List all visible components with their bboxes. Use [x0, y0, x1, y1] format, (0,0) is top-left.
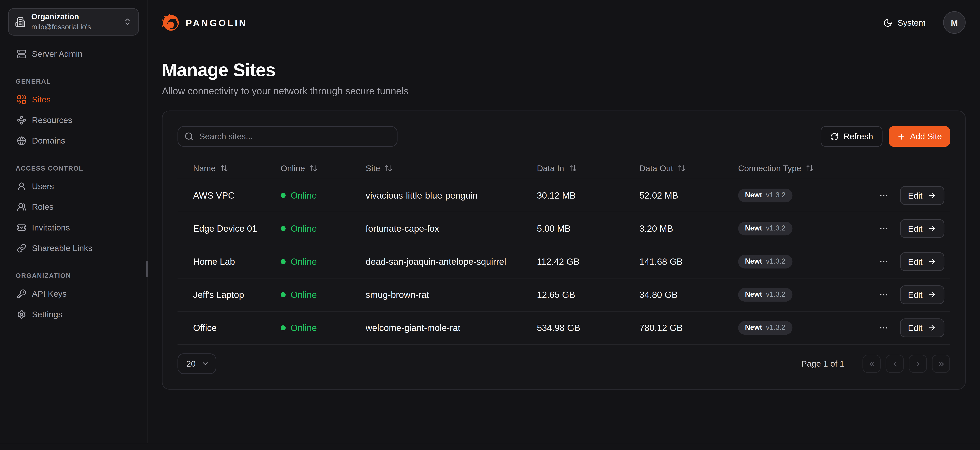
edit-button[interactable]: Edit: [900, 219, 944, 238]
arrow-right-icon: [928, 323, 936, 332]
page-indicator: Page 1 of 1: [801, 359, 844, 369]
theme-toggle-button[interactable]: System: [880, 17, 929, 28]
sidebar-item-users[interactable]: Users: [8, 176, 138, 196]
edit-button[interactable]: Edit: [900, 252, 944, 271]
first-page-button[interactable]: [862, 355, 881, 372]
table-row: Home Lab Online dead-san-joaquin-antelop…: [178, 245, 950, 278]
previous-page-button[interactable]: [886, 355, 904, 372]
sidebar-item-label: Invitations: [32, 223, 70, 232]
site-name-cell: Jeff's Laptop: [193, 290, 280, 300]
sort-arrows-icon: [385, 164, 393, 172]
sidebar-item-sites[interactable]: Sites: [8, 89, 138, 110]
row-menu-button[interactable]: [877, 288, 890, 301]
online-label: Online: [291, 290, 317, 300]
connection-type-cell: Newt v1.3.2: [738, 222, 866, 235]
site-tunnel-cell: fortunate-cape-fox: [366, 223, 537, 234]
last-page-button[interactable]: [932, 355, 950, 372]
chevron-down-icon: [201, 360, 209, 368]
sidebar-item-invitations[interactable]: Invitations: [8, 217, 138, 238]
sidebar-section-general: GENERAL: [8, 78, 138, 85]
sidebar-item-resources[interactable]: Resources: [8, 110, 138, 130]
row-menu-button[interactable]: [877, 322, 890, 334]
sidebar-item-label: Users: [32, 182, 54, 191]
online-label: Online: [291, 223, 317, 234]
column-label: Data Out: [640, 163, 673, 173]
edit-button[interactable]: Edit: [900, 285, 944, 304]
online-label: Online: [291, 190, 317, 201]
table-toolbar: Refresh Add Site: [178, 126, 950, 147]
row-menu-button[interactable]: [877, 222, 890, 235]
connection-type-badge: Newt v1.3.2: [738, 255, 792, 268]
column-header-data-in[interactable]: Data In: [537, 163, 640, 173]
sidebar-item-label: API Keys: [32, 289, 67, 298]
connection-type-badge: Newt v1.3.2: [738, 321, 792, 335]
sort-arrows-icon: [310, 164, 318, 172]
site-tunnel-cell: dead-san-joaquin-antelope-squirrel: [366, 257, 537, 267]
connection-type-name: Newt: [745, 192, 762, 199]
sidebar-item-shareable-links[interactable]: Shareable Links: [8, 238, 138, 258]
add-site-button[interactable]: Add Site: [889, 126, 950, 147]
plus-icon: [897, 132, 906, 141]
site-tunnel-cell: welcome-giant-mole-rat: [366, 323, 537, 333]
next-page-button[interactable]: [908, 355, 927, 372]
ellipsis-icon: [879, 290, 889, 300]
brand-name: PANGOLIN: [186, 17, 247, 28]
column-header-connection-type[interactable]: Connection Type: [738, 163, 866, 173]
site-name-cell: Home Lab: [193, 257, 280, 267]
organization-selector[interactable]: Organization milo@fossorial.io's ...: [8, 8, 138, 35]
connection-type-cell: Newt v1.3.2: [738, 321, 866, 335]
data-in-cell: 534.98 GB: [537, 323, 640, 333]
topbar: PANGOLIN System M: [148, 0, 980, 45]
server-icon: [17, 49, 26, 59]
edit-label: Edit: [908, 257, 923, 266]
user-avatar[interactable]: M: [943, 11, 966, 34]
data-out-cell: 141.68 GB: [640, 257, 738, 267]
row-menu-button[interactable]: [877, 255, 890, 268]
sidebar-item-label: Settings: [32, 310, 62, 319]
edit-button[interactable]: Edit: [900, 318, 944, 337]
page-subtitle: Allow connectivity to your network throu…: [162, 86, 980, 97]
sidebar-item-server-admin[interactable]: Server Admin: [8, 44, 138, 64]
ellipsis-icon: [879, 223, 889, 234]
key-icon: [17, 289, 26, 298]
column-label: Data In: [537, 163, 564, 173]
chevrons-right-icon: [937, 359, 945, 368]
row-actions-cell: Edit: [866, 318, 950, 337]
sidebar-nav: Server Admin GENERAL Sites Resources Dom…: [8, 44, 138, 325]
connection-type-badge: Newt v1.3.2: [738, 288, 792, 301]
pangolin-logo[interactable]: PANGOLIN: [162, 14, 247, 32]
search-input[interactable]: [178, 126, 398, 147]
edit-button[interactable]: Edit: [900, 186, 944, 205]
connection-type-cell: Newt v1.3.2: [738, 255, 866, 268]
chevrons-up-down-icon: [123, 17, 132, 26]
sidebar-item-settings[interactable]: Settings: [8, 304, 138, 325]
column-header-name[interactable]: Name: [193, 163, 280, 173]
arrow-right-icon: [928, 191, 936, 200]
sidebar-item-roles[interactable]: Roles: [8, 196, 138, 217]
refresh-button[interactable]: Refresh: [821, 126, 883, 147]
connection-type-cell: Newt v1.3.2: [738, 288, 866, 301]
table-row: Office Online welcome-giant-mole-rat 534…: [178, 311, 950, 344]
data-in-cell: 112.42 GB: [537, 257, 640, 267]
page-size-select[interactable]: 20: [178, 353, 216, 374]
main-content: PANGOLIN System M Manage Sites Allow con…: [148, 0, 980, 443]
column-header-data-out[interactable]: Data Out: [640, 163, 738, 173]
online-dot: [281, 292, 286, 297]
sidebar-resize-handle[interactable]: [146, 261, 148, 277]
table-row: Jeff's Laptop Online smug-brown-rat 12.6…: [178, 278, 950, 311]
column-header-site[interactable]: Site: [366, 163, 537, 173]
column-header-online[interactable]: Online: [281, 163, 366, 173]
sidebar-item-api-keys[interactable]: API Keys: [8, 284, 138, 304]
search-container: [178, 126, 398, 147]
organization-value: milo@fossorial.io's ...: [31, 22, 118, 31]
row-menu-button[interactable]: [877, 189, 890, 202]
connection-type-badge: Newt v1.3.2: [738, 189, 792, 202]
edit-label: Edit: [908, 323, 923, 333]
site-status-cell: Online: [281, 290, 366, 300]
online-dot: [281, 325, 286, 330]
sidebar-item-domains[interactable]: Domains: [8, 130, 138, 151]
users-icon: [17, 202, 26, 212]
link-icon: [17, 244, 26, 253]
site-status-cell: Online: [281, 323, 366, 333]
table-footer: 20 Page 1 of 1: [178, 353, 950, 374]
